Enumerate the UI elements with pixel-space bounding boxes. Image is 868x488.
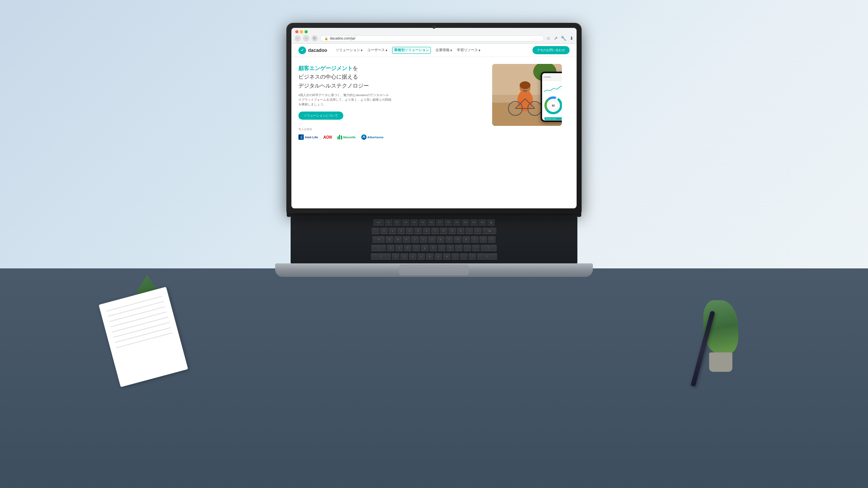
key-q[interactable]: q	[386, 236, 393, 242]
key-lbracket[interactable]: [	[471, 236, 479, 242]
key-backtick[interactable]: `	[372, 228, 379, 234]
refresh-button[interactable]: ↻	[312, 35, 318, 41]
key-f7[interactable]: F7	[436, 219, 444, 225]
nav-users[interactable]: ユーザース ▾	[367, 48, 388, 53]
laptop-base: Dacadoo	[275, 263, 593, 277]
key-f1[interactable]: F1	[385, 219, 393, 225]
key-f12[interactable]: F12	[479, 219, 486, 225]
laptop-trackpad[interactable]	[399, 265, 469, 275]
key-f5[interactable]: F5	[419, 219, 427, 225]
key-o[interactable]: o	[454, 236, 462, 242]
key-b[interactable]: b	[426, 253, 434, 259]
svg-text:1: 1	[300, 136, 302, 139]
key-capslock[interactable]: ⇪	[371, 245, 386, 251]
key-y[interactable]: y	[428, 236, 436, 242]
share-icon[interactable]: ↗	[554, 36, 558, 41]
key-9[interactable]: 9	[448, 228, 456, 234]
key-t[interactable]: t	[420, 236, 427, 242]
key-f11[interactable]: F11	[470, 219, 478, 225]
irish-life-logo: 1 Irish Life	[298, 134, 318, 140]
key-f2[interactable]: F2	[393, 219, 401, 225]
key-j[interactable]: j	[438, 245, 446, 251]
key-f6[interactable]: F6	[427, 219, 435, 225]
hero-section: 顧客エンゲージメントを ビジネスの中心に据える デジタルヘルステクノロジー 4億…	[291, 57, 577, 208]
key-e[interactable]: e	[403, 236, 410, 242]
laptop: ← → ↻ 🔒 dacadoo.com/ja/ ☆ ↗ 🔧 ⬇	[287, 23, 581, 277]
key-m[interactable]: m	[443, 253, 451, 259]
manulife-logo: Manulife	[338, 135, 356, 139]
key-apostrophe[interactable]: '	[472, 245, 480, 251]
key-n[interactable]: n	[434, 253, 442, 259]
key-comma[interactable]: ,	[451, 253, 459, 259]
key-w[interactable]: w	[394, 236, 402, 242]
key-f3[interactable]: F3	[402, 219, 410, 225]
key-0[interactable]: 0	[457, 228, 465, 234]
key-6[interactable]: 6	[423, 228, 431, 234]
key-slash[interactable]: /	[468, 253, 476, 259]
key-1[interactable]: 1	[380, 228, 388, 234]
key-r[interactable]: r	[411, 236, 419, 242]
hero-title: 顧客エンゲージメントを ビジネスの中心に据える デジタルヘルステクノロジー	[298, 64, 484, 90]
key-f9[interactable]: F9	[453, 219, 461, 225]
key-esc[interactable]: esc	[373, 219, 384, 225]
key-k[interactable]: k	[446, 245, 454, 251]
key-z[interactable]: z	[392, 253, 400, 259]
key-f8[interactable]: F8	[444, 219, 452, 225]
phone-content: 82 dacadoo coach あなたの健康スコア...	[542, 81, 562, 120]
key-row-function: esc F1 F2 F3 F4 F5 F6 F7 F8 F9 F10 F11 F…	[294, 219, 574, 227]
key-8[interactable]: 8	[440, 228, 448, 234]
key-7[interactable]: 7	[431, 228, 439, 234]
download-icon[interactable]: ⬇	[570, 36, 574, 41]
key-rbracket[interactable]: ]	[479, 236, 487, 242]
key-v[interactable]: v	[417, 253, 425, 259]
key-u[interactable]: u	[437, 236, 444, 242]
key-l[interactable]: l	[455, 245, 463, 251]
key-d[interactable]: d	[404, 245, 412, 251]
hero-right: ● dacadoo	[492, 64, 570, 204]
forward-button[interactable]: →	[303, 35, 309, 41]
key-minus[interactable]: -	[465, 228, 473, 234]
minimize-window-button[interactable]	[300, 30, 303, 33]
key-2[interactable]: 2	[389, 228, 396, 234]
extensions-icon[interactable]: 🔧	[561, 36, 567, 41]
key-g[interactable]: g	[421, 245, 429, 251]
key-3[interactable]: 3	[397, 228, 405, 234]
logo-text[interactable]: dacadoo	[308, 48, 327, 53]
key-semicolon[interactable]: ;	[463, 245, 471, 251]
key-a[interactable]: a	[387, 245, 394, 251]
solution-button[interactable]: ソリューションについて	[298, 112, 343, 120]
bookmark-icon[interactable]: ☆	[546, 36, 551, 41]
close-window-button[interactable]	[295, 30, 298, 33]
key-c[interactable]: c	[409, 253, 417, 259]
svg-text:82: 82	[552, 104, 555, 107]
key-f[interactable]: f	[412, 245, 420, 251]
browser-chrome: ← → ↻ 🔒 dacadoo.com/ja/ ☆ ↗ 🔧 ⬇	[291, 28, 577, 44]
key-shift-right[interactable]: ⇧	[477, 253, 497, 259]
key-i[interactable]: i	[445, 236, 453, 242]
key-p[interactable]: p	[462, 236, 470, 242]
back-button[interactable]: ←	[294, 35, 301, 41]
key-f4[interactable]: F4	[410, 219, 418, 225]
nav-company[interactable]: 企業情報 ▾	[436, 48, 452, 53]
key-h[interactable]: h	[429, 245, 437, 251]
key-tab[interactable]: ⇥	[372, 236, 385, 242]
key-period[interactable]: .	[460, 253, 468, 259]
key-backspace[interactable]: ⌫	[482, 228, 496, 234]
key-enter[interactable]: ↵	[480, 245, 497, 251]
key-f10[interactable]: F10	[462, 219, 469, 225]
key-equals[interactable]: =	[474, 228, 482, 234]
key-4[interactable]: 4	[406, 228, 413, 234]
key-backslash[interactable]: \	[488, 236, 496, 242]
demo-button[interactable]: デモのお問い合わせ	[532, 46, 570, 54]
key-s[interactable]: s	[395, 245, 403, 251]
address-input[interactable]: 🔒 dacadoo.com/ja/	[320, 35, 544, 41]
key-5[interactable]: 5	[414, 228, 422, 234]
key-x[interactable]: x	[400, 253, 408, 259]
nav-resources[interactable]: 学習リソース ▾	[457, 48, 480, 53]
nav-industry[interactable]: 業種別ソリューション	[392, 47, 431, 54]
nav-solutions[interactable]: ソリューション ▾	[336, 48, 363, 53]
key-shift-left[interactable]: ⇧	[371, 253, 391, 259]
key-power[interactable]: ⏻	[487, 219, 495, 225]
aon-text: AON	[323, 135, 332, 139]
maximize-window-button[interactable]	[305, 30, 308, 33]
